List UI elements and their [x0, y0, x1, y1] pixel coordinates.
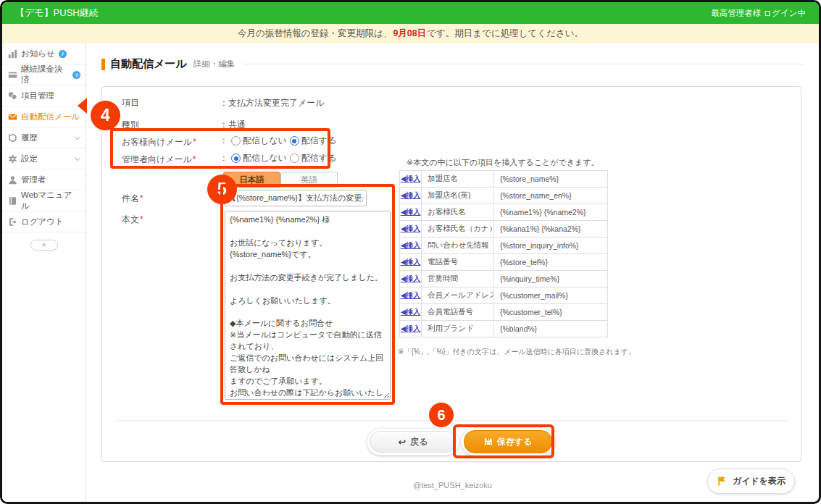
flag-icon: [717, 476, 727, 487]
notice-bar: 今月の振替情報の登録・変更期限は、9月08日です。期日までに処理してください。: [2, 24, 819, 43]
variable-code: {%name1%} {%name2%}: [494, 204, 608, 221]
sidebar-item-news[interactable]: お知らせ i: [2, 43, 86, 64]
show-guide-button[interactable]: ガイドを表示: [707, 469, 795, 494]
insert-button[interactable]: ◀挿入: [401, 224, 421, 232]
table-row: ◀挿入会員電話番号{%customer_tel%}: [400, 304, 608, 321]
annotation-step-6: 6: [429, 403, 454, 427]
logout-icon: [7, 217, 17, 227]
title-divider-line: [242, 64, 803, 64]
variable-name: 電話番号: [422, 254, 494, 271]
table-row: ◀挿入加盟店名{%store_name%}: [400, 171, 608, 188]
sidebar: お知らせ i 継続課金決済 i 項目管理 自動配信メール 履歴 設定: [2, 43, 86, 502]
sidebar-item-web-manual[interactable]: Webマニュアル: [2, 190, 86, 211]
page-header: 自動配信メール 詳細・編集: [101, 57, 803, 71]
gear-icon: [7, 154, 17, 164]
variable-name: お客様氏名: [422, 204, 494, 221]
variable-name: 問い合わせ先情報: [422, 238, 494, 254]
variable-name: 加盟店名(英): [422, 188, 494, 204]
table-row: ◀挿入加盟店名(英){%store_name_en%}: [400, 188, 608, 204]
table-row: ◀挿入電話番号{%store_tel%}: [400, 254, 608, 271]
variable-code: {%inquiry_time%}: [494, 271, 608, 287]
envelope-icon: [7, 112, 17, 122]
sidebar-item-auto-mail[interactable]: 自動配信メール: [2, 106, 86, 127]
info-icon: i: [59, 50, 67, 58]
insert-button[interactable]: ◀挿入: [401, 208, 421, 216]
required-mark: *: [140, 193, 143, 203]
required-mark: *: [140, 214, 143, 224]
sidebar-item-billing[interactable]: 継続課金決済 i: [2, 64, 86, 85]
table-row: ◀挿入利用ブランド{%bland%}: [400, 321, 608, 337]
guide-button-label: ガイドを表示: [733, 475, 785, 487]
variable-name: 会員メールアドレス: [422, 287, 494, 304]
insert-button[interactable]: ◀挿入: [401, 191, 421, 199]
variable-name: お客様氏名（カナ）: [422, 221, 494, 238]
notice-text-prefix: 今月の振替情報の登録・変更期限は、: [238, 28, 392, 40]
insert-button[interactable]: ◀挿入: [401, 175, 421, 182]
sidebar-item-item-management[interactable]: 項目管理: [2, 85, 86, 106]
sidebar-item-label: 設定: [21, 154, 38, 164]
variable-name: 加盟店名: [422, 171, 494, 188]
variable-code: {%customer_tel%}: [494, 304, 608, 321]
sidebar-item-label: お知らせ: [21, 49, 55, 59]
annotation-arrow-left: [78, 98, 87, 114]
page-title: 自動配信メール: [110, 57, 187, 71]
app-title: 【デモ】PUSH継続: [15, 7, 99, 20]
chevron-down-icon: [75, 133, 80, 139]
variable-code: {%customer_mail%}: [494, 287, 608, 304]
insert-button[interactable]: ◀挿入: [401, 274, 421, 282]
sidebar-item-label: 継続課金決済: [21, 64, 69, 85]
sidebar-item-label: 自動配信メール: [21, 112, 80, 122]
app-window: 【デモ】PUSH継続 最高管理者様 ログイン中 今月の振替情報の登録・変更期限は…: [0, 0, 821, 504]
variable-code: {%bland%}: [494, 321, 608, 337]
sidebar-item-settings[interactable]: 設定: [2, 148, 86, 169]
sidebar-item-logout[interactable]: ログアウト: [2, 211, 86, 232]
variable-code: {%kana1%} {%kana2%}: [494, 221, 608, 238]
variable-code: {%store_tel%}: [494, 254, 608, 271]
credit-card-icon: [7, 70, 17, 80]
variable-code: {%store_name_en%}: [494, 188, 608, 204]
table-row: ◀挿入お客様氏名{%name1%} {%name2%}: [400, 204, 608, 221]
insert-note-top: ※本文の中に以下の項目を挿入することができます。: [407, 157, 599, 168]
annotation-box-mail-settings: [110, 128, 330, 169]
insert-button[interactable]: ◀挿入: [401, 291, 421, 299]
page-subtitle: 詳細・編集: [193, 59, 236, 70]
title-accent-bar: [101, 59, 105, 70]
variable-name: 利用ブランド: [422, 321, 494, 337]
sidebar-item-label: 履歴: [21, 133, 38, 143]
sidebar-item-label: 項目管理: [21, 91, 54, 101]
sidebar-collapse-button[interactable]: «: [30, 240, 58, 251]
back-arrow-icon: ↩: [398, 437, 406, 448]
insert-button[interactable]: ◀挿入: [401, 241, 421, 249]
back-button-label: 戻る: [410, 436, 428, 448]
notice-text-suffix: です。期日までに処理してください。: [427, 28, 583, 40]
user-icon: [7, 175, 17, 185]
notice-deadline-date: 9月08日: [393, 28, 426, 40]
book-icon: [7, 196, 17, 206]
variable-name: 会員電話番号: [422, 304, 494, 321]
variable-name: 営業時間: [422, 271, 494, 287]
table-row: ◀挿入営業時間{%inquiry_time%}: [400, 271, 608, 287]
insert-button[interactable]: ◀挿入: [401, 258, 421, 266]
coins-icon: [7, 91, 17, 101]
annotation-box-mail-content: [220, 184, 395, 405]
table-row: ◀挿入問い合わせ先情報{%store_inquiry_info%}: [400, 238, 608, 254]
insert-note-bottom: ※「{%」,「%}」付きの文字は、メール送信時に各項目に置換されます。: [398, 347, 635, 357]
sidebar-item-label: Webマニュアル: [21, 190, 80, 211]
table-row: ◀挿入お客様氏名（カナ）{%kana1%} {%kana2%}: [400, 221, 608, 238]
chevron-down-icon: [75, 154, 80, 160]
subject-label: 件名*: [122, 193, 143, 205]
body-label: 本文*: [122, 214, 143, 226]
sidebar-item-label: 管理者: [21, 175, 46, 185]
sidebar-item-label: ログアウト: [21, 217, 64, 227]
insert-button[interactable]: ◀挿入: [401, 324, 421, 332]
annotation-step-4: 4: [91, 101, 120, 130]
item-label: 項目: [122, 97, 139, 109]
insert-variables-table: ◀挿入加盟店名{%store_name%} ◀挿入加盟店名(英){%store_…: [399, 170, 608, 337]
sidebar-item-admin[interactable]: 管理者: [2, 169, 86, 190]
insert-button[interactable]: ◀挿入: [401, 308, 421, 316]
back-button[interactable]: ↩ 戻る: [370, 431, 457, 453]
top-header-bar: 【デモ】PUSH継続 最高管理者様 ログイン中: [2, 2, 819, 24]
table-row: ◀挿入会員メールアドレス{%customer_mail%}: [400, 287, 608, 304]
back-button-ring: ↩ 戻る: [367, 428, 459, 455]
sidebar-item-history[interactable]: 履歴: [2, 127, 86, 148]
